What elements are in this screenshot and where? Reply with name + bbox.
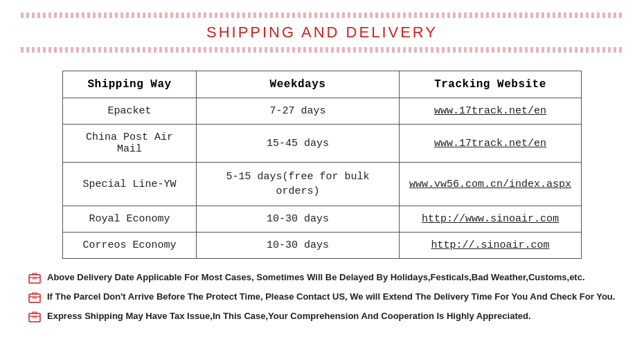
cell-link[interactable]: http://.sinoair.com <box>399 233 581 259</box>
note-item: If The Parcel Don't Arrive Before The Pr… <box>28 291 616 304</box>
cell-link[interactable]: http://www.sinoair.com <box>399 206 581 233</box>
cell-link[interactable]: www.17track.net/en <box>399 98 581 125</box>
col-header-weekdays: Weekdays <box>197 71 400 98</box>
note-icon <box>28 291 42 304</box>
note-item: Above Delivery Date Applicable For Most … <box>28 271 616 285</box>
cell-link[interactable]: www.17track.net/en <box>399 125 581 163</box>
table-header-row: Shipping Way Weekdays Tracking Website <box>63 71 582 98</box>
cell-method: China Post Air Mail <box>63 125 197 163</box>
header-section: SHIPPING AND DELIVERY <box>21 7 623 61</box>
page-wrapper: SHIPPING AND DELIVERY Shipping Way Weekd… <box>0 0 644 346</box>
note-item: Express Shipping May Have Tax Issue,In T… <box>28 310 616 324</box>
notes-section: Above Delivery Date Applicable For Most … <box>21 271 623 324</box>
table-row: Correos Economy10-30 dayshttp://.sinoair… <box>63 233 582 259</box>
cell-days: 15-45 days <box>197 125 400 163</box>
table-container: Shipping Way Weekdays Tracking Website E… <box>62 71 582 259</box>
table-row: Epacket7-27 dayswww.17track.net/en <box>63 98 582 125</box>
table-row: Special Line-YW5-15 days(free for bulk o… <box>63 163 582 206</box>
note-text: Above Delivery Date Applicable For Most … <box>47 271 585 284</box>
cell-days: 10-30 days <box>197 206 400 233</box>
col-header-tracking: Tracking Website <box>399 71 581 98</box>
cell-method: Correos Economy <box>63 233 197 259</box>
header-decoration-bottom <box>21 47 623 53</box>
note-text: If The Parcel Don't Arrive Before The Pr… <box>47 291 615 303</box>
note-icon <box>28 271 42 285</box>
table-row: China Post Air Mail15-45 dayswww.17track… <box>63 125 582 163</box>
cell-days: 10-30 days <box>197 233 400 259</box>
cell-method: Epacket <box>63 98 197 125</box>
cell-method: Special Line-YW <box>63 163 197 206</box>
cell-link[interactable]: www.vw56.com.cn/index.aspx <box>399 163 581 206</box>
note-text: Express Shipping May Have Tax Issue,In T… <box>47 310 531 322</box>
cell-days: 7-27 days <box>197 98 400 125</box>
table-row: Royal Economy10-30 dayshttp://www.sinoai… <box>63 206 582 233</box>
cell-days: 5-15 days(free for bulk orders) <box>197 163 400 206</box>
cell-method: Royal Economy <box>63 206 197 233</box>
page-title: SHIPPING AND DELIVERY <box>21 21 623 44</box>
header-decoration-top <box>21 12 623 18</box>
col-header-method: Shipping Way <box>63 71 197 98</box>
note-icon <box>28 310 42 324</box>
shipping-table: Shipping Way Weekdays Tracking Website E… <box>62 71 582 259</box>
